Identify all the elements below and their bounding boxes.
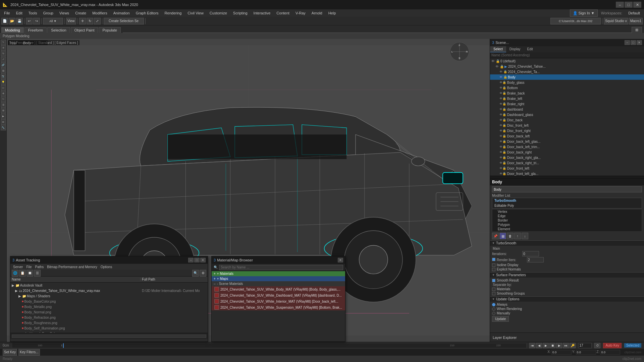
next-frame[interactable]: ▶ (556, 343, 562, 348)
tool-camera[interactable]: 📷 (1, 74, 6, 79)
minimize-button[interactable]: – (616, 2, 624, 8)
scene-item-6[interactable]: 👁🔒 Brake_back (490, 90, 644, 96)
tool-shape[interactable]: ▭ (1, 85, 6, 90)
prev-frame[interactable]: ◀ (536, 343, 542, 348)
view-btn[interactable]: View (66, 18, 76, 24)
asset-minimize[interactable]: – (188, 258, 194, 262)
mat-item-2[interactable]: 2024_Chevrolet_Tahoe_SUV_White_Interior_… (212, 298, 345, 304)
mat-search-input[interactable] (219, 265, 343, 270)
x-input[interactable] (551, 350, 572, 355)
tool-unlink[interactable]: ⛓ (1, 68, 6, 73)
mod-configure[interactable]: ▦ (499, 233, 506, 239)
asset-row-img5[interactable]: ■ Body_Roughness.png (10, 320, 208, 325)
tool-hierarchy[interactable]: ⊞ (1, 108, 6, 113)
scene-item-14[interactable]: 👁🔒 Door_back_left (490, 133, 644, 139)
isoline-check[interactable]: Isoline Display (490, 263, 644, 267)
mod-down[interactable]: ↓ (522, 233, 528, 239)
go-start[interactable]: ⏮ (529, 343, 535, 348)
menu-arnold[interactable]: Arnold (309, 9, 325, 17)
scene-tab-edit[interactable]: Edit (524, 46, 536, 52)
sub-polygon[interactable]: Polygon (492, 223, 642, 227)
asset-menu-file[interactable]: File (25, 265, 33, 269)
tool-rotate[interactable]: ↻ (1, 51, 6, 56)
time-config[interactable]: ⏱ (594, 343, 600, 348)
tab-populate[interactable]: Populate (99, 27, 120, 33)
menu-file[interactable]: File (1, 9, 13, 17)
new-btn[interactable]: 📄 (1, 18, 8, 24)
menu-create[interactable]: Create (72, 9, 89, 17)
scene-item-17[interactable]: 👁🔒 Door_back_right (490, 149, 644, 155)
always-radio[interactable]: Always (490, 302, 644, 307)
asset-row-img3[interactable]: ■ Body_Normal.png (10, 309, 208, 315)
menu-content[interactable]: Content (274, 9, 292, 17)
tool-display[interactable]: 👁 (1, 119, 6, 125)
mod-delete[interactable]: 🗑 (507, 233, 514, 239)
mat-item-0[interactable]: 2024_Chevrolet_Tahoe_SUV_White_Body_MAT … (212, 286, 345, 292)
iterations-input[interactable] (522, 251, 539, 256)
save-btn[interactable]: 💾 (16, 18, 23, 24)
asset-tb-5[interactable]: 🔍 (192, 270, 199, 277)
mod-editable-poly[interactable]: Editable Poly (492, 203, 642, 208)
open-btn[interactable]: 📂 (9, 18, 15, 24)
mod-turbosmooth[interactable]: TurboSmooth (492, 198, 642, 203)
scene-restore[interactable]: □ (631, 40, 636, 45)
tool-scale[interactable]: ⤢ (1, 57, 6, 62)
surface-params-header[interactable]: ▼ Surface Parameters (490, 272, 644, 278)
asset-tb-2[interactable]: 📋 (19, 270, 26, 277)
select-obj-btn[interactable]: All ▼ (43, 18, 63, 24)
tool-space-warp[interactable]: 〜 (1, 97, 6, 102)
mod-pin[interactable]: 📌 (492, 233, 499, 239)
scene-item-19[interactable]: 👁🔒 Door_back_right_tri... (490, 160, 644, 166)
menu-interactive[interactable]: Interactive (251, 9, 273, 17)
asset-tb-4[interactable]: ☰ (34, 270, 41, 277)
asset-header[interactable]: 3 Asset Tracking – □ ✕ (10, 256, 208, 264)
tool-modifier[interactable]: ☰ (1, 102, 6, 108)
asset-row-maps[interactable]: ▶ 📁 Maps / Shaders (10, 293, 208, 299)
asset-menu-paths[interactable]: Paths (34, 265, 45, 269)
scene-item-16[interactable]: 👁🔒 Door_back_left_trim... (490, 144, 644, 149)
menu-edit[interactable]: Edit (13, 9, 25, 17)
key-mode[interactable]: 🔑 (570, 343, 576, 348)
scale-btn[interactable]: ⤢ (94, 18, 101, 24)
asset-menu-bitmap[interactable]: Bitmap Performance and Memory (46, 265, 99, 269)
tool-light[interactable]: 💡 (1, 79, 6, 85)
asset-row-img4[interactable]: ■ Body_Refraction.png (10, 315, 208, 320)
menu-scripting[interactable]: Scripting (230, 9, 250, 17)
tab-extra[interactable]: ⊞ (632, 27, 642, 33)
checkbox-render-iters[interactable] (492, 258, 495, 262)
smoothing-groups-check[interactable]: Smoothing Groups (490, 291, 644, 296)
materials-check[interactable]: Materials (490, 287, 644, 291)
squid-studio-btn[interactable]: Squid Studio v (604, 18, 628, 24)
undo-btn[interactable]: ↩ (26, 18, 33, 24)
mat-header[interactable]: 3 Material/Map Browser ✕ (212, 256, 345, 264)
close-button[interactable]: ✕ (633, 2, 641, 8)
nav-gizmo[interactable]: F B L R (449, 42, 470, 62)
scene-tab-select[interactable]: Select (490, 46, 506, 52)
tab-selection[interactable]: Selection (47, 27, 70, 33)
scene-item-5[interactable]: 👁🔒 Bottom (490, 85, 644, 90)
tool-helper[interactable]: ⊕ (1, 91, 6, 96)
asset-row-maxfile[interactable]: ▶ 🗂 2024_Chevrolet_Tahoe_SUV_White_max_v… (10, 288, 208, 293)
mat-section-materials[interactable]: + + Materials (212, 271, 345, 276)
rotate-btn[interactable]: ↻ (87, 18, 93, 24)
scene-item-18[interactable]: 👁🔒 Door_back_right_gla... (490, 155, 644, 160)
menu-customize[interactable]: Customize (207, 9, 230, 17)
menu-group[interactable]: Group (40, 9, 56, 17)
asset-row-img1[interactable]: ■ Body_BaseColor.png (10, 299, 208, 304)
scene-item-20[interactable]: 👁🔒 Door_front_left (490, 166, 644, 171)
menu-animation[interactable]: Animation (111, 9, 132, 17)
update-options-header[interactable]: ▼ Update Options (490, 296, 644, 302)
asset-row-vault[interactable]: ▶ 📁 Autodesk Vault (10, 283, 208, 288)
frame-number-input[interactable] (578, 343, 592, 348)
tab-freeform[interactable]: Freeform (24, 27, 47, 33)
scene-item-8[interactable]: 👁🔒 Brake_right (490, 101, 644, 107)
when-rendering-radio[interactable]: When Rendering (490, 307, 644, 311)
scene-item-7[interactable]: 👁🔒 Brake_left (490, 96, 644, 101)
scene-scrollbar[interactable] (490, 176, 644, 178)
asset-row-img6[interactable]: ■ Body_Self_Illumination.png (10, 325, 208, 331)
mat-close[interactable]: ✕ (338, 258, 343, 262)
menu-views[interactable]: Views (57, 9, 72, 17)
asset-restore[interactable]: □ (194, 258, 200, 262)
scene-item-body[interactable]: 👁 🔒 Body (490, 74, 644, 80)
menu-help[interactable]: Help (326, 9, 339, 17)
